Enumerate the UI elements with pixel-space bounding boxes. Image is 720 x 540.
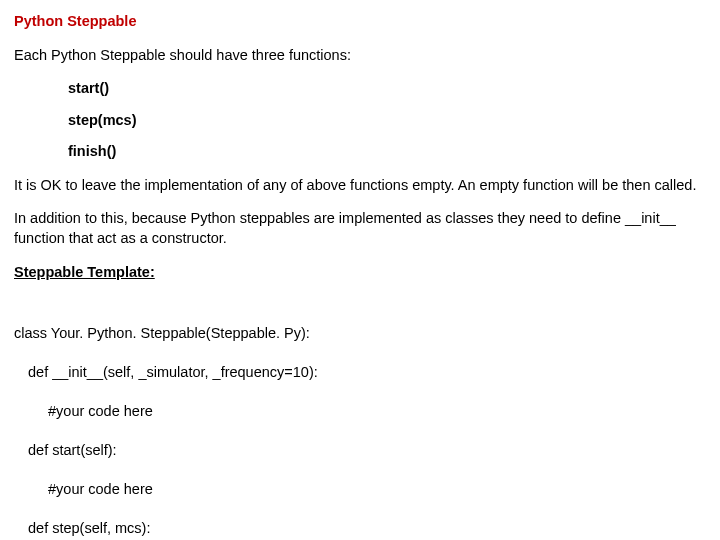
code-line: #your code here [48, 402, 706, 422]
code-line: def step(self, mcs): [28, 519, 706, 539]
paragraph: It is OK to leave the implementation of … [14, 176, 706, 196]
function-item: finish() [68, 142, 706, 162]
intro-paragraph: Each Python Steppable should have three … [14, 46, 706, 66]
code-line: def start(self): [28, 441, 706, 461]
page-title: Python Steppable [14, 12, 706, 32]
function-list: start() step(mcs) finish() [14, 79, 706, 162]
code-line: #your code here [48, 480, 706, 500]
code-block: class Your. Python. Steppable(Steppable.… [14, 304, 706, 540]
paragraph: In addition to this, because Python step… [14, 209, 706, 248]
section-heading: Steppable Template: [14, 263, 706, 283]
code-line: class Your. Python. Steppable(Steppable.… [14, 324, 706, 344]
function-item: step(mcs) [68, 111, 706, 131]
code-line: def __init__(self, _simulator, _frequenc… [28, 363, 706, 383]
function-item: start() [68, 79, 706, 99]
